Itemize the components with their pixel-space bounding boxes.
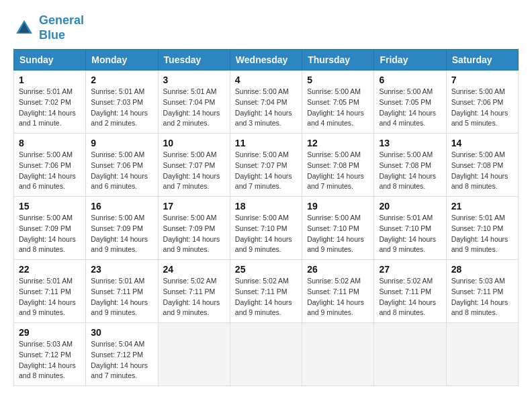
day-info: Sunrise: 5:01 AM Sunset: 7:11 PM Dayligh… bbox=[91, 276, 152, 318]
day-cell-3: 3Sunrise: 5:01 AM Sunset: 7:04 PM Daylig… bbox=[158, 71, 230, 134]
calendar-table: SundayMondayTuesdayWednesdayThursdayFrid… bbox=[13, 49, 519, 386]
empty-cell bbox=[374, 323, 446, 386]
day-info: Sunrise: 5:00 AM Sunset: 7:09 PM Dayligh… bbox=[19, 213, 81, 255]
day-cell-23: 23Sunrise: 5:01 AM Sunset: 7:11 PM Dayli… bbox=[86, 260, 158, 323]
day-cell-9: 9Sunrise: 5:00 AM Sunset: 7:06 PM Daylig… bbox=[86, 134, 158, 197]
day-number: 28 bbox=[451, 264, 513, 275]
day-cell-25: 25Sunrise: 5:02 AM Sunset: 7:11 PM Dayli… bbox=[230, 260, 302, 323]
day-cell-4: 4Sunrise: 5:00 AM Sunset: 7:04 PM Daylig… bbox=[230, 71, 302, 134]
day-number: 27 bbox=[379, 264, 441, 275]
day-info: Sunrise: 5:00 AM Sunset: 7:06 PM Dayligh… bbox=[91, 150, 152, 192]
day-cell-10: 10Sunrise: 5:00 AM Sunset: 7:07 PM Dayli… bbox=[158, 134, 230, 197]
day-cell-7: 7Sunrise: 5:00 AM Sunset: 7:06 PM Daylig… bbox=[446, 71, 518, 134]
day-number: 8 bbox=[19, 138, 81, 148]
day-info: Sunrise: 5:01 AM Sunset: 7:10 PM Dayligh… bbox=[379, 213, 441, 255]
day-number: 2 bbox=[91, 75, 152, 85]
day-number: 20 bbox=[379, 201, 441, 212]
day-info: Sunrise: 5:00 AM Sunset: 7:08 PM Dayligh… bbox=[451, 150, 513, 192]
day-number: 19 bbox=[307, 201, 369, 212]
day-info: Sunrise: 5:03 AM Sunset: 7:11 PM Dayligh… bbox=[451, 276, 513, 318]
day-cell-19: 19Sunrise: 5:00 AM Sunset: 7:10 PM Dayli… bbox=[302, 197, 374, 260]
week-row-3: 15Sunrise: 5:00 AM Sunset: 7:09 PM Dayli… bbox=[14, 197, 519, 260]
day-number: 23 bbox=[91, 264, 152, 275]
empty-cell bbox=[230, 323, 302, 386]
empty-cell bbox=[446, 323, 518, 386]
day-cell-13: 13Sunrise: 5:00 AM Sunset: 7:08 PM Dayli… bbox=[374, 134, 446, 197]
header-thursday: Thursday bbox=[302, 50, 374, 71]
day-number: 17 bbox=[163, 201, 225, 212]
day-number: 6 bbox=[379, 75, 441, 85]
day-number: 13 bbox=[379, 138, 441, 148]
header-row: SundayMondayTuesdayWednesdayThursdayFrid… bbox=[14, 50, 519, 71]
day-info: Sunrise: 5:00 AM Sunset: 7:05 PM Dayligh… bbox=[307, 87, 369, 129]
day-info: Sunrise: 5:02 AM Sunset: 7:11 PM Dayligh… bbox=[163, 276, 225, 318]
header-saturday: Saturday bbox=[446, 50, 518, 71]
day-info: Sunrise: 5:04 AM Sunset: 7:12 PM Dayligh… bbox=[91, 339, 152, 381]
day-number: 25 bbox=[235, 264, 297, 275]
day-cell-28: 28Sunrise: 5:03 AM Sunset: 7:11 PM Dayli… bbox=[446, 260, 518, 323]
day-number: 15 bbox=[19, 201, 81, 212]
day-info: Sunrise: 5:02 AM Sunset: 7:11 PM Dayligh… bbox=[235, 276, 297, 318]
day-info: Sunrise: 5:00 AM Sunset: 7:10 PM Dayligh… bbox=[307, 213, 369, 255]
day-info: Sunrise: 5:00 AM Sunset: 7:09 PM Dayligh… bbox=[91, 213, 152, 255]
header-wednesday: Wednesday bbox=[230, 50, 302, 71]
logo: General Blue bbox=[13, 13, 84, 42]
day-cell-11: 11Sunrise: 5:00 AM Sunset: 7:07 PM Dayli… bbox=[230, 134, 302, 197]
page-header: General Blue bbox=[13, 13, 519, 42]
logo-icon bbox=[13, 17, 35, 39]
day-number: 7 bbox=[451, 75, 513, 85]
day-number: 30 bbox=[91, 327, 152, 338]
day-cell-16: 16Sunrise: 5:00 AM Sunset: 7:09 PM Dayli… bbox=[86, 197, 158, 260]
day-number: 1 bbox=[19, 75, 81, 85]
day-cell-27: 27Sunrise: 5:02 AM Sunset: 7:11 PM Dayli… bbox=[374, 260, 446, 323]
day-number: 12 bbox=[307, 138, 369, 148]
day-info: Sunrise: 5:02 AM Sunset: 7:11 PM Dayligh… bbox=[379, 276, 441, 318]
day-info: Sunrise: 5:00 AM Sunset: 7:05 PM Dayligh… bbox=[379, 87, 441, 129]
day-number: 16 bbox=[91, 201, 152, 212]
day-number: 29 bbox=[19, 327, 81, 338]
day-info: Sunrise: 5:00 AM Sunset: 7:07 PM Dayligh… bbox=[163, 150, 225, 192]
day-info: Sunrise: 5:01 AM Sunset: 7:03 PM Dayligh… bbox=[91, 87, 152, 129]
day-info: Sunrise: 5:00 AM Sunset: 7:07 PM Dayligh… bbox=[235, 150, 297, 192]
day-cell-1: 1Sunrise: 5:01 AM Sunset: 7:02 PM Daylig… bbox=[14, 71, 86, 134]
day-number: 3 bbox=[163, 75, 225, 85]
day-info: Sunrise: 5:00 AM Sunset: 7:09 PM Dayligh… bbox=[163, 213, 225, 255]
week-row-2: 8Sunrise: 5:00 AM Sunset: 7:06 PM Daylig… bbox=[14, 134, 519, 197]
day-number: 5 bbox=[307, 75, 369, 85]
day-number: 4 bbox=[235, 75, 297, 85]
day-info: Sunrise: 5:00 AM Sunset: 7:06 PM Dayligh… bbox=[19, 150, 81, 192]
day-cell-20: 20Sunrise: 5:01 AM Sunset: 7:10 PM Dayli… bbox=[374, 197, 446, 260]
day-number: 22 bbox=[19, 264, 81, 275]
day-info: Sunrise: 5:00 AM Sunset: 7:08 PM Dayligh… bbox=[379, 150, 441, 192]
day-cell-12: 12Sunrise: 5:00 AM Sunset: 7:08 PM Dayli… bbox=[302, 134, 374, 197]
day-cell-14: 14Sunrise: 5:00 AM Sunset: 7:08 PM Dayli… bbox=[446, 134, 518, 197]
empty-cell bbox=[158, 323, 230, 386]
day-cell-2: 2Sunrise: 5:01 AM Sunset: 7:03 PM Daylig… bbox=[86, 71, 158, 134]
day-cell-30: 30Sunrise: 5:04 AM Sunset: 7:12 PM Dayli… bbox=[86, 323, 158, 386]
day-cell-17: 17Sunrise: 5:00 AM Sunset: 7:09 PM Dayli… bbox=[158, 197, 230, 260]
day-info: Sunrise: 5:00 AM Sunset: 7:06 PM Dayligh… bbox=[451, 87, 513, 129]
day-info: Sunrise: 5:03 AM Sunset: 7:12 PM Dayligh… bbox=[19, 339, 81, 381]
day-number: 24 bbox=[163, 264, 225, 275]
day-number: 14 bbox=[451, 138, 513, 148]
day-info: Sunrise: 5:00 AM Sunset: 7:08 PM Dayligh… bbox=[307, 150, 369, 192]
logo-text: General Blue bbox=[39, 13, 84, 42]
day-info: Sunrise: 5:00 AM Sunset: 7:10 PM Dayligh… bbox=[235, 213, 297, 255]
day-info: Sunrise: 5:01 AM Sunset: 7:04 PM Dayligh… bbox=[163, 87, 225, 129]
day-number: 18 bbox=[235, 201, 297, 212]
week-row-5: 29Sunrise: 5:03 AM Sunset: 7:12 PM Dayli… bbox=[14, 323, 519, 386]
header-sunday: Sunday bbox=[14, 50, 86, 71]
day-number: 11 bbox=[235, 138, 297, 148]
empty-cell bbox=[302, 323, 374, 386]
day-cell-15: 15Sunrise: 5:00 AM Sunset: 7:09 PM Dayli… bbox=[14, 197, 86, 260]
day-cell-8: 8Sunrise: 5:00 AM Sunset: 7:06 PM Daylig… bbox=[14, 134, 86, 197]
header-tuesday: Tuesday bbox=[158, 50, 230, 71]
day-number: 26 bbox=[307, 264, 369, 275]
header-friday: Friday bbox=[374, 50, 446, 71]
day-number: 9 bbox=[91, 138, 152, 148]
week-row-1: 1Sunrise: 5:01 AM Sunset: 7:02 PM Daylig… bbox=[14, 71, 519, 134]
day-cell-22: 22Sunrise: 5:01 AM Sunset: 7:11 PM Dayli… bbox=[14, 260, 86, 323]
day-cell-6: 6Sunrise: 5:00 AM Sunset: 7:05 PM Daylig… bbox=[374, 71, 446, 134]
header-monday: Monday bbox=[86, 50, 158, 71]
day-info: Sunrise: 5:01 AM Sunset: 7:10 PM Dayligh… bbox=[451, 213, 513, 255]
